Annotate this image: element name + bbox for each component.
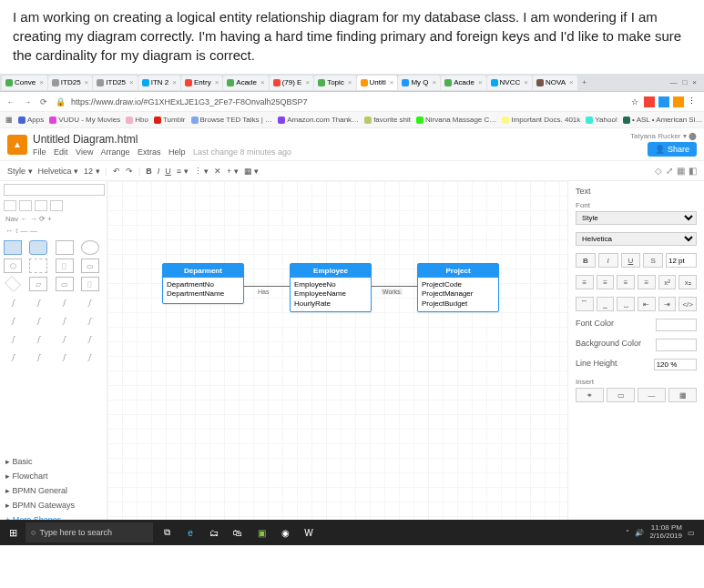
row-s5[interactable]: ʃ: [4, 313, 22, 328]
tool-3[interactable]: [35, 200, 47, 211]
bookmark-item[interactable]: Yahoo!: [586, 116, 617, 124]
shape-note[interactable]: ▭: [56, 277, 74, 291]
shape-dash[interactable]: [29, 259, 47, 273]
insert-image[interactable]: ▭: [607, 388, 635, 402]
browser-tab[interactable]: ITD25×: [93, 76, 137, 90]
share-button[interactable]: 👤 Share: [648, 142, 697, 157]
minimize-button[interactable]: —: [669, 78, 677, 86]
align-left[interactable]: ≡: [576, 275, 594, 289]
row-s14[interactable]: ʃ: [29, 350, 47, 364]
row-s2[interactable]: ʃ: [29, 295, 47, 309]
browser-tab[interactable]: NVCC×: [487, 76, 532, 90]
italic-button[interactable]: I: [158, 167, 160, 176]
bookmark-item[interactable]: • ASL • American Si…: [623, 116, 702, 124]
expand-button[interactable]: + ▾: [227, 167, 239, 176]
align-just[interactable]: ≡: [638, 275, 656, 289]
menu-edit[interactable]: Edit: [54, 147, 68, 157]
browser-tab[interactable]: Untitl×: [357, 76, 398, 90]
insert-table[interactable]: ▦: [668, 388, 697, 402]
row-s1[interactable]: ʃ: [4, 295, 22, 309]
fontsize-dropdown[interactable]: 12 ▾: [84, 167, 100, 176]
align-right[interactable]: ≡: [617, 275, 635, 289]
row-s13[interactable]: ʃ: [4, 350, 22, 364]
row-s3[interactable]: ʃ: [56, 295, 74, 309]
ext-icon-2[interactable]: [658, 96, 669, 107]
store-icon[interactable]: 🛍: [228, 522, 248, 542]
font-style-select[interactable]: Style: [576, 211, 697, 225]
row-s11[interactable]: ʃ: [56, 331, 74, 346]
align-button[interactable]: ≡ ▾: [177, 167, 189, 176]
start-button[interactable]: ⊞: [4, 523, 22, 542]
row-s16[interactable]: ʃ: [81, 350, 99, 364]
browser-tab[interactable]: Topic×: [314, 76, 355, 90]
bookmark-item[interactable]: VUDU - My Movies: [49, 116, 120, 124]
user-name[interactable]: Tatyana Rucker ▾ ⬤: [630, 132, 697, 140]
bold-button[interactable]: B: [146, 167, 152, 176]
bookmark-item[interactable]: Amazon.com Thank…: [278, 116, 359, 124]
shape-para[interactable]: ▱: [29, 277, 47, 291]
table-button[interactable]: ▦ ▾: [244, 167, 260, 176]
explorer-icon[interactable]: 🗂: [204, 522, 224, 542]
row-s6[interactable]: ʃ: [29, 313, 47, 328]
browser-tab[interactable]: Entry×: [181, 76, 222, 90]
bookmark-item[interactable]: Hbo: [126, 116, 148, 124]
browser-tab[interactable]: ITN 2×: [138, 76, 180, 90]
clock[interactable]: 11:08 PM 2/16/2019: [649, 524, 682, 541]
valign-top[interactable]: ⎴: [576, 297, 594, 311]
browser-tab[interactable]: Conve×: [2, 76, 47, 90]
indent-more[interactable]: ⇥: [658, 297, 677, 311]
browser-tab[interactable]: Acade×: [441, 76, 485, 90]
html-toggle[interactable]: </>: [678, 297, 697, 311]
bookmark-item[interactable]: Apps: [18, 116, 44, 124]
url-field[interactable]: https://www.draw.io/#G1XHExLJE1G3_2Fe7-F…: [71, 97, 626, 106]
font-dropdown[interactable]: Helvetica ▾: [38, 167, 79, 176]
bookmark-item[interactable]: Important Docs. 401k: [502, 116, 580, 124]
ext-icon-3[interactable]: [673, 96, 684, 107]
entity-department[interactable]: Deparment DepartmentNo DepartmentName: [162, 263, 244, 304]
maximize-button[interactable]: □: [682, 78, 687, 86]
entity-employee[interactable]: Employee EmployeeNo EmployeeName HourlyR…: [290, 263, 372, 312]
bookmark-item[interactable]: Tumblr: [154, 116, 186, 124]
row-s10[interactable]: ʃ: [29, 331, 47, 346]
menu-view[interactable]: View: [76, 147, 93, 157]
lineheight-input[interactable]: [654, 359, 697, 370]
reload-button[interactable]: ⟳: [38, 97, 49, 106]
menu-extras[interactable]: Extras: [138, 147, 161, 157]
shape-doc[interactable]: ▭: [81, 259, 99, 273]
document-title[interactable]: Untitled Diagram.html: [33, 133, 297, 146]
taskbar-search[interactable]: ○ Type here to search: [26, 522, 153, 542]
shape-round-blue[interactable]: [29, 240, 47, 255]
cat-flowchart[interactable]: ▸ Flowchart: [0, 469, 107, 483]
style-dropdown[interactable]: Style ▾: [7, 167, 33, 176]
valign-mid[interactable]: ⎯: [597, 297, 615, 311]
tray-up-icon[interactable]: ˄: [626, 529, 629, 537]
bold-toggle[interactable]: B: [576, 253, 596, 268]
font-size-input[interactable]: [666, 253, 697, 268]
row-s15[interactable]: ʃ: [56, 350, 74, 364]
undo-button[interactable]: ↶: [113, 167, 120, 176]
align-center[interactable]: ≡: [597, 275, 615, 289]
shape-diamond[interactable]: [5, 276, 21, 292]
row-s4[interactable]: ʃ: [81, 295, 99, 309]
word-icon[interactable]: W: [299, 522, 319, 542]
list-button[interactable]: ⋮ ▾: [194, 167, 209, 176]
clear-button[interactable]: ✕: [214, 167, 221, 176]
menu-help[interactable]: Help: [168, 147, 186, 157]
connector-has[interactable]: [244, 286, 290, 287]
browser-tab[interactable]: (79) E×: [270, 76, 313, 90]
collapse-icon[interactable]: ◇: [655, 166, 662, 176]
valign-bot[interactable]: ⎵: [617, 297, 635, 311]
menu-arrange[interactable]: Arrange: [100, 147, 129, 157]
italic-toggle[interactable]: I: [598, 253, 618, 268]
new-tab-button[interactable]: +: [578, 78, 591, 86]
shape-hex[interactable]: ⬡: [4, 259, 22, 273]
shape-search-input[interactable]: [4, 184, 105, 196]
redo-button[interactable]: ↷: [126, 167, 133, 176]
underline-button[interactable]: U: [165, 167, 171, 176]
browser-tab[interactable]: My Q×: [398, 76, 440, 90]
bookmark-item[interactable]: Browse TED Talks | …: [191, 116, 273, 124]
canvas[interactable]: Deparment DepartmentNo DepartmentName Em…: [107, 181, 567, 527]
ext-icon-1[interactable]: [644, 96, 655, 107]
browser-tab[interactable]: Acade×: [223, 76, 268, 90]
row-s8[interactable]: ʃ: [81, 313, 99, 328]
